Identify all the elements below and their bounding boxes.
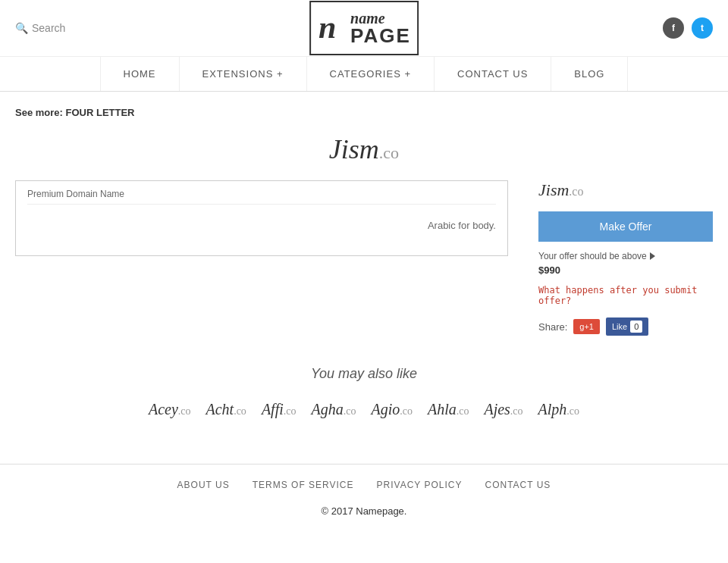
twitter-icon[interactable]: t	[692, 17, 713, 39]
logo-name-text: name	[350, 11, 411, 26]
also-like-grid: Acey.coAcht.coAffi.coAgha.coAgio.coAhla.…	[15, 401, 713, 418]
logo[interactable]: n name PAGE	[309, 1, 419, 55]
footer-privacy[interactable]: PRIVACY POLICY	[377, 480, 463, 490]
domain-chip[interactable]: Ajes.co	[484, 401, 522, 418]
chip-name: Agio	[371, 401, 400, 418]
domain-chip[interactable]: Agio.co	[371, 401, 413, 418]
footer-about-us[interactable]: ABOUT US	[177, 480, 230, 490]
nav-blog[interactable]: BLOG	[551, 57, 628, 91]
fb-count: 0	[630, 321, 642, 333]
footer-contact[interactable]: CONTACT US	[485, 480, 551, 490]
domain-chip[interactable]: Acey.co	[149, 401, 191, 418]
chip-ext: .co	[284, 405, 297, 417]
chip-name: Affi	[262, 401, 284, 418]
share-label: Share:	[538, 321, 567, 333]
search-label: Search	[32, 22, 65, 34]
breadcrumb: See more: FOUR LETTER	[15, 107, 713, 118]
social-links: f t	[663, 17, 713, 39]
chip-name: Acht	[206, 401, 234, 418]
search-icon: 🔍	[15, 22, 28, 34]
domain-title-display: Jism.co	[15, 133, 713, 165]
offer-price: $990	[538, 264, 713, 276]
chip-name: Alph	[538, 401, 567, 418]
domain-name-large: Jism	[329, 134, 379, 164]
domain-ext-large: .co	[379, 143, 399, 162]
footer-copyright: © 2017 Namepage.	[0, 505, 728, 532]
domain-chip[interactable]: Ahla.co	[428, 401, 469, 418]
breadcrumb-link[interactable]: FOUR LETTER	[66, 107, 135, 118]
also-like-title: You may also like	[15, 366, 713, 382]
svg-text:n: n	[318, 10, 336, 44]
domain-right-panel: Jism.co Make Offer Your offer should be …	[538, 180, 713, 336]
chip-ext: .co	[400, 405, 413, 417]
chip-ext: .co	[566, 405, 579, 417]
domain-name-heading: Jism.co	[538, 180, 713, 200]
header: 🔍 Search n name PAGE f t	[0, 0, 728, 57]
chip-ext: .co	[234, 405, 246, 417]
also-like-section: You may also like Acey.coAcht.coAffi.coA…	[15, 366, 713, 418]
domain-chip[interactable]: Alph.co	[538, 401, 580, 418]
main-content: See more: FOUR LETTER Jism.co Premium Do…	[0, 92, 728, 433]
domain-chip[interactable]: Acht.co	[206, 401, 246, 418]
share-row: Share: g+1 Like 0	[538, 317, 713, 336]
brand-name: Namepage.	[356, 505, 406, 517]
domain-info-label: Premium Domain Name	[27, 189, 496, 205]
footer-terms[interactable]: TERMS OF SERVICE	[253, 480, 354, 490]
copyright-text: © 2017	[322, 505, 356, 517]
nav-extensions[interactable]: EXTENSIONS +	[180, 57, 307, 91]
domain-left-panel: Premium Domain Name Arabic for body.	[15, 180, 508, 336]
logo-page-text: PAGE	[350, 26, 411, 45]
nav-contact[interactable]: CONTACT US	[435, 57, 551, 91]
chip-name: Ahla	[428, 401, 457, 418]
domain-info-desc: Arabic for body.	[27, 212, 496, 239]
chip-ext: .co	[178, 405, 191, 417]
fb-like-label: Like	[612, 322, 627, 331]
logo-text: name PAGE	[350, 11, 411, 45]
domain-info-box: Premium Domain Name Arabic for body.	[15, 180, 508, 256]
nav-categories[interactable]: CATEGORIES +	[307, 57, 435, 91]
breadcrumb-prefix: See more:	[15, 107, 63, 118]
offer-link[interactable]: What happens after you submit offer?	[538, 285, 713, 306]
make-offer-button[interactable]: Make Offer	[538, 211, 713, 242]
domain-section: Premium Domain Name Arabic for body. Jis…	[15, 180, 713, 336]
main-nav: HOME EXTENSIONS + CATEGORIES + CONTACT U…	[0, 57, 728, 92]
chip-ext: .co	[457, 405, 469, 417]
arrow-right-icon	[650, 252, 655, 260]
facebook-icon[interactable]: f	[663, 17, 684, 39]
offer-hint: Your offer should be above	[538, 251, 713, 261]
chip-ext: .co	[344, 405, 356, 417]
chip-name: Ajes	[484, 401, 510, 418]
search-bar[interactable]: 🔍 Search	[15, 22, 65, 34]
domain-chip[interactable]: Agha.co	[311, 401, 356, 418]
chip-name: Acey	[149, 401, 178, 418]
logo-icon: n	[317, 6, 344, 50]
nav-home[interactable]: HOME	[100, 57, 180, 91]
footer-links: ABOUT US TERMS OF SERVICE PRIVACY POLICY…	[0, 464, 728, 505]
domain-chip[interactable]: Affi.co	[262, 401, 297, 418]
chip-name: Agha	[311, 401, 343, 418]
gplus-button[interactable]: g+1	[573, 319, 600, 334]
facebook-like-button[interactable]: Like 0	[606, 317, 648, 336]
chip-ext: .co	[510, 405, 523, 417]
